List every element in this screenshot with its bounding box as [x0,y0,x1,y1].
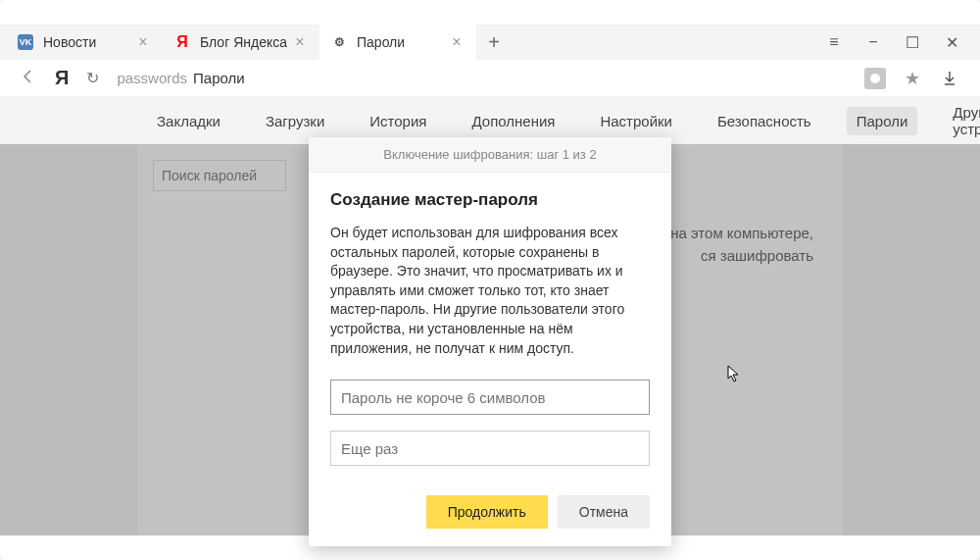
address-bar: Я ↻ passwords Пароли ★ [0,60,980,97]
tab-bar: VK Новости × Я Блог Яндекса × ⚙ Пароли ×… [0,25,980,60]
cursor-icon [727,365,741,385]
browser-window: VK Новости × Я Блог Яндекса × ⚙ Пароли ×… [0,0,980,560]
master-password-input[interactable] [330,380,650,415]
tab-title: Блог Яндекса [200,34,292,50]
url-input[interactable]: passwords Пароли [117,70,847,86]
download-icon[interactable] [939,68,960,89]
tab-title: Пароли [357,34,449,50]
dialog-title: Создание мастер-пароля [330,190,650,210]
window-controls: ≡ − ☐ ✕ [825,33,974,51]
reload-icon[interactable]: ↻ [86,69,99,87]
menu-icon[interactable]: ≡ [825,33,843,51]
dialog-buttons: Продолжить Отмена [330,495,650,529]
master-password-confirm-input[interactable] [330,431,650,466]
url-host: passwords [117,70,187,86]
window-close-icon[interactable]: ✕ [943,33,960,51]
close-icon[interactable]: × [292,34,308,50]
master-password-dialog: Включение шифрования: шаг 1 из 2 Создани… [309,137,671,546]
nav-security[interactable]: Безопасность [708,107,821,135]
close-icon[interactable]: × [449,34,465,50]
back-icon[interactable] [20,68,37,89]
nav-addons[interactable]: Дополнения [462,107,564,135]
yandex-logo-icon[interactable]: Я [55,67,69,89]
nav-history[interactable]: История [360,107,436,135]
tab-passwords[interactable]: ⚙ Пароли × [319,25,476,60]
bookmark-star-icon[interactable]: ★ [902,68,923,89]
cancel-button[interactable]: Отмена [558,495,650,529]
shield-icon[interactable] [864,68,886,89]
nav-bookmarks[interactable]: Закладки [147,107,230,135]
nav-downloads[interactable]: Загрузки [256,107,334,135]
maximize-icon[interactable]: ☐ [904,33,921,51]
close-icon[interactable]: × [135,34,151,50]
gear-icon: ⚙ [331,34,347,50]
new-tab-button[interactable]: + [476,25,512,60]
svg-point-0 [870,74,880,83]
tab-news[interactable]: VK Новости × [6,25,163,60]
dialog-header: Включение шифрования: шаг 1 из 2 [309,137,671,173]
minimize-icon[interactable]: − [864,33,882,51]
nav-other-devices[interactable]: Другие устройства [943,98,980,143]
dialog-body: Создание мастер-пароля Он будет использо… [309,173,671,546]
vk-icon: VK [18,34,33,50]
tab-blog[interactable]: Я Блог Яндекса × [163,25,319,60]
tab-title: Новости [43,34,135,50]
yandex-icon: Я [174,34,190,50]
nav-passwords[interactable]: Пароли [847,107,918,135]
address-right: ★ [864,68,960,89]
dialog-description: Он будет использован для шифрования всех… [330,224,650,358]
nav-settings[interactable]: Настройки [590,107,682,135]
url-title: Пароли [193,70,245,86]
continue-button[interactable]: Продолжить [426,495,548,529]
